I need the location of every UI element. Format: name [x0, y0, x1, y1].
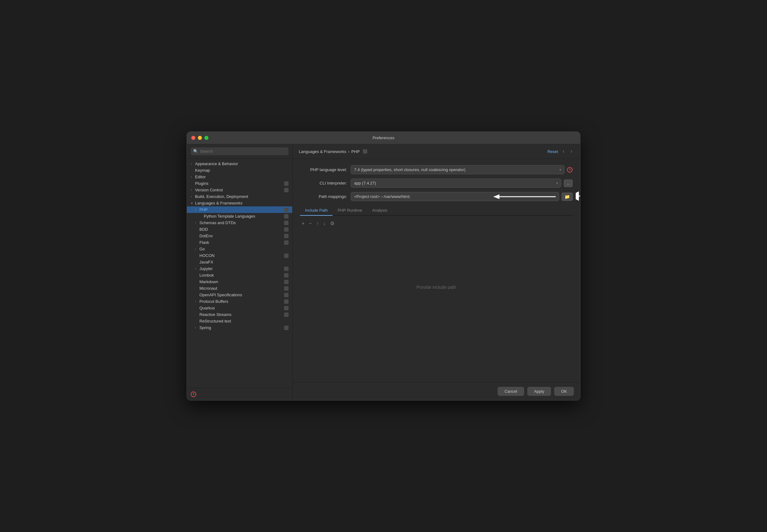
sidebar-tree: › Appearance & Behavior Keymap › Editor …	[187, 159, 292, 388]
search-icon: 🔍	[193, 149, 198, 154]
remove-button[interactable]: −	[307, 220, 313, 227]
cancel-button[interactable]: Cancel	[497, 387, 524, 396]
sidebar-item-label: Spring	[200, 325, 282, 330]
path-mappings-value: <Project root>→/var/www/html;	[354, 194, 410, 199]
add-button[interactable]: +	[300, 220, 306, 227]
sidebar-item-restructured-text[interactable]: ReStructured text	[187, 318, 292, 324]
sidebar-item-label: Reactive Streams	[200, 312, 282, 317]
content-area: Languages & Frameworks › PHP Reset ‹ › P…	[293, 144, 580, 400]
annotation-arrow-svg	[576, 190, 580, 202]
maximize-button[interactable]	[205, 136, 209, 140]
expand-icon: ›	[195, 326, 200, 329]
sidebar-item-openapi[interactable]: OpenAPI Specifications	[187, 292, 292, 298]
titlebar: Preferences	[187, 132, 580, 144]
apply-button[interactable]: Apply	[527, 387, 551, 396]
sidebar-item-label: Protocol Buffers	[200, 299, 282, 304]
sidebar-item-flask[interactable]: Flask	[187, 239, 292, 246]
dotenv-badge	[284, 234, 289, 238]
openapi-badge	[284, 293, 289, 297]
content-body: PHP language level: 7.4 (typed propertie…	[293, 159, 580, 382]
expand-icon: ›	[195, 247, 200, 251]
tab-php-runtime[interactable]: PHP Runtime	[333, 205, 367, 216]
sidebar-item-python-template[interactable]: Python Template Languages	[187, 213, 292, 219]
move-down-button[interactable]: ↓	[322, 220, 327, 227]
sidebar-item-protocol-buffers[interactable]: › Protocol Buffers	[187, 298, 292, 305]
sidebar-item-micronaut[interactable]: Micronaut	[187, 285, 292, 292]
search-input[interactable]	[200, 149, 286, 154]
sidebar: 🔍 › Appearance & Behavior Keymap ›	[187, 144, 293, 400]
cli-interpreter-select[interactable]: app (7.4.27) ▾	[351, 179, 561, 188]
sidebar-item-editor[interactable]: › Editor	[187, 174, 292, 180]
php-language-level-select[interactable]: 7.4 (typed properties, short closures, n…	[351, 165, 564, 174]
sidebar-item-label: Build, Execution, Deployment	[195, 194, 289, 199]
sidebar-item-php[interactable]: › PHP	[187, 206, 292, 213]
nav-back-button[interactable]: ‹	[561, 148, 566, 155]
main-layout: 🔍 › Appearance & Behavior Keymap ›	[187, 144, 580, 400]
sidebar-item-go[interactable]: › Go	[187, 246, 292, 252]
content-footer: Cancel Apply OK	[293, 382, 580, 400]
sidebar-item-jupyter[interactable]: › Jupyter	[187, 265, 292, 272]
arrow-overlay	[576, 190, 580, 204]
sidebar-item-label: Flask	[200, 240, 282, 245]
cli-interpreter-wrapper: app (7.4.27) ▾ ...	[351, 179, 572, 188]
sidebar-item-build[interactable]: › Build, Execution, Deployment	[187, 193, 292, 200]
sidebar-item-reactive-streams[interactable]: Reactive Streams	[187, 311, 292, 318]
sidebar-item-markdown[interactable]: Markdown	[187, 278, 292, 285]
sidebar-item-quarkus[interactable]: Quarkus	[187, 305, 292, 311]
sidebar-item-lombok[interactable]: Lombok	[187, 272, 292, 278]
sidebar-item-spring[interactable]: › Spring	[187, 324, 292, 331]
expand-icon: ›	[190, 188, 195, 192]
sidebar-item-appearance[interactable]: › Appearance & Behavior	[187, 160, 292, 167]
sidebar-item-schemas[interactable]: › Schemas and DTDs	[187, 219, 292, 226]
sidebar-item-bdd[interactable]: BDD	[187, 226, 292, 233]
sidebar-item-languages[interactable]: ∨ Languages & Frameworks	[187, 200, 292, 206]
path-mappings-field[interactable]: <Project root>→/var/www/html;	[351, 192, 559, 201]
breadcrumb-current: PHP	[351, 149, 360, 154]
breadcrumb-root: Languages & Frameworks	[299, 149, 346, 154]
tab-include-path[interactable]: Include Path	[300, 205, 333, 216]
close-button[interactable]	[191, 136, 196, 140]
collapse-icon: ∨	[190, 201, 195, 205]
sidebar-item-javafx[interactable]: JavaFX	[187, 259, 292, 265]
sidebar-item-label: DotEnv	[200, 234, 282, 238]
minimize-button[interactable]	[198, 136, 202, 140]
sidebar-item-label: Editor	[195, 175, 289, 179]
expand-icon: ›	[195, 221, 200, 224]
sidebar-item-keymap[interactable]: Keymap	[187, 167, 292, 174]
path-mappings-wrapper: <Project root>→/var/www/html;	[351, 192, 572, 201]
sidebar-item-label: OpenAPI Specifications	[200, 293, 282, 297]
sidebar-item-label: PHP	[200, 207, 282, 212]
cli-more-button[interactable]: ...	[564, 180, 572, 187]
path-folder-button[interactable]: 📁	[561, 193, 572, 201]
expand-icon: ›	[190, 175, 195, 179]
sidebar-bottom: ?	[187, 388, 292, 400]
sidebar-item-version-control[interactable]: › Version Control	[187, 187, 292, 193]
reset-button[interactable]: Reset	[547, 149, 558, 154]
sidebar-item-dotenv[interactable]: DotEnv	[187, 233, 292, 239]
micronaut-badge	[284, 286, 289, 291]
ok-button[interactable]: OK	[554, 387, 574, 396]
settings-button[interactable]: ⚙	[329, 219, 336, 227]
expand-icon: ›	[190, 195, 195, 198]
flask-badge	[284, 240, 289, 245]
nav-forward-button[interactable]: ›	[569, 148, 574, 155]
sidebar-item-plugins[interactable]: Plugins	[187, 180, 292, 187]
move-up-button[interactable]: ↑	[315, 220, 320, 227]
path-mapping-arrow	[493, 190, 562, 203]
include-path-area: Provide include path	[300, 231, 572, 343]
sidebar-item-hocon[interactable]: HOCON	[187, 252, 292, 259]
sidebar-item-label: Appearance & Behavior	[195, 161, 289, 166]
tab-analysis[interactable]: Analysis	[367, 205, 392, 216]
preferences-window: Preferences 🔍 › Appearance & Behavior	[186, 131, 581, 401]
breadcrumb-separator: ›	[348, 149, 349, 154]
help-icon[interactable]: ?	[190, 392, 196, 397]
content-header: Languages & Frameworks › PHP Reset ‹ ›	[293, 144, 580, 159]
sidebar-item-label: Markdown	[200, 279, 282, 284]
select-arrow-icon: ▾	[559, 168, 561, 171]
php-level-help-icon[interactable]: ?	[567, 167, 572, 173]
sidebar-item-label: Micronaut	[200, 286, 282, 291]
quarkus-badge	[284, 306, 289, 310]
search-wrapper[interactable]: 🔍	[190, 147, 289, 155]
cli-interpreter-row: CLI Interpreter: app (7.4.27) ▾ ...	[300, 179, 572, 188]
jupyter-badge	[284, 267, 289, 271]
